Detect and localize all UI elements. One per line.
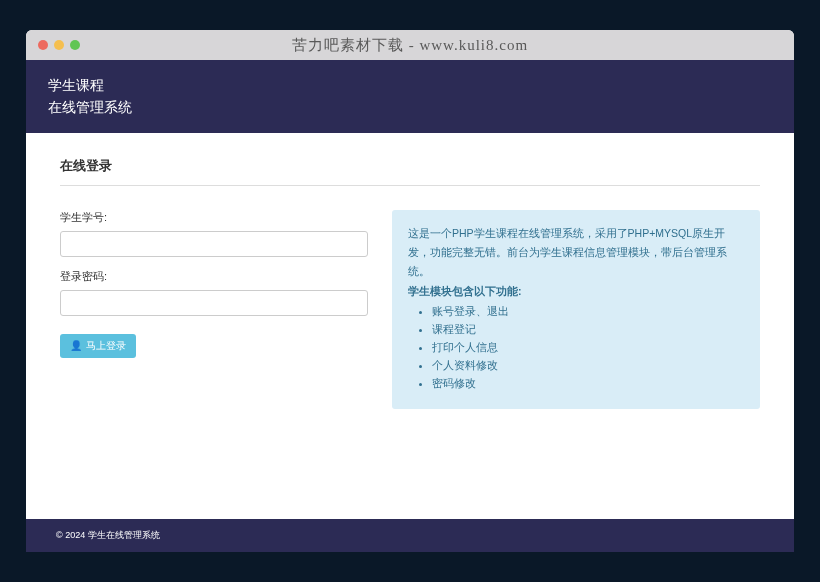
copyright-text: © 2024 学生在线管理系统 — [56, 530, 160, 540]
browser-title: 苦力吧素材下载 - www.kuli8.com — [26, 36, 794, 55]
user-icon: 👤 — [70, 340, 82, 351]
student-id-group: 学生学号: — [60, 210, 368, 257]
browser-window: 苦力吧素材下载 - www.kuli8.com 学生课程 在线管理系统 在线登录… — [26, 30, 794, 552]
app-title-line2: 在线管理系统 — [48, 96, 794, 118]
list-item: 个人资料修改 — [432, 357, 744, 375]
page-title: 在线登录 — [60, 157, 760, 186]
password-group: 登录密码: — [60, 269, 368, 316]
maximize-icon[interactable] — [70, 40, 80, 50]
login-button-label: 马上登录 — [86, 339, 126, 353]
student-id-label: 学生学号: — [60, 210, 368, 225]
browser-titlebar: 苦力吧素材下载 - www.kuli8.com — [26, 30, 794, 60]
layout-columns: 学生学号: 登录密码: 👤 马上登录 这是一个PHP学生课程在线管理系统，采用了 — [60, 210, 760, 409]
password-input[interactable] — [60, 290, 368, 316]
footer: © 2024 学生在线管理系统 — [26, 519, 794, 552]
feature-list: 账号登录、退出 课程登记 打印个人信息 个人资料修改 密码修改 — [408, 303, 744, 392]
login-form: 学生学号: 登录密码: 👤 马上登录 — [60, 210, 368, 409]
info-description: 这是一个PHP学生课程在线管理系统，采用了PHP+MYSQL原生开发，功能完整无… — [408, 224, 744, 281]
main-panel: 在线登录 学生学号: 登录密码: 👤 马上登录 — [26, 133, 794, 519]
student-id-input[interactable] — [60, 231, 368, 257]
list-item: 课程登记 — [432, 321, 744, 339]
list-item: 密码修改 — [432, 375, 744, 393]
content-area: 在线登录 学生学号: 登录密码: 👤 马上登录 — [26, 133, 794, 552]
minimize-icon[interactable] — [54, 40, 64, 50]
login-button[interactable]: 👤 马上登录 — [60, 334, 136, 358]
info-subtitle: 学生模块包含以下功能: — [408, 282, 744, 301]
info-box: 这是一个PHP学生课程在线管理系统，采用了PHP+MYSQL原生开发，功能完整无… — [392, 210, 760, 409]
list-item: 账号登录、退出 — [432, 303, 744, 321]
close-icon[interactable] — [38, 40, 48, 50]
info-column: 这是一个PHP学生课程在线管理系统，采用了PHP+MYSQL原生开发，功能完整无… — [392, 210, 760, 409]
window-controls — [38, 40, 80, 50]
app-header: 学生课程 在线管理系统 — [26, 60, 794, 133]
list-item: 打印个人信息 — [432, 339, 744, 357]
app-title-line1: 学生课程 — [48, 74, 794, 96]
password-label: 登录密码: — [60, 269, 368, 284]
